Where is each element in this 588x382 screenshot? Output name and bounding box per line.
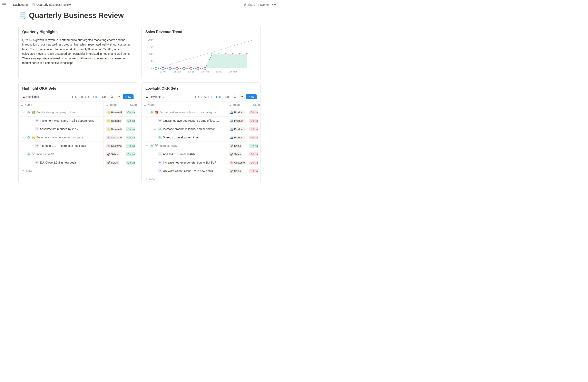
chart-point[interactable] xyxy=(225,53,227,55)
prev-period-button[interactable]: ◀ xyxy=(194,96,196,98)
next-period-button[interactable]: ▶ xyxy=(88,96,90,98)
target-icon xyxy=(158,136,162,139)
breadcrumb-root[interactable]: Dashboards xyxy=(13,3,29,6)
topbar-left: Dashboards / 🗒️ Quarterly Business Revie… xyxy=(2,3,71,6)
x-tick-label: 20. Mar xyxy=(229,70,237,73)
search-icon[interactable] xyxy=(110,95,113,98)
row-name: Increase ARR xyxy=(36,152,54,156)
bullet-icon: • xyxy=(30,119,34,122)
svg-point-24 xyxy=(234,96,236,98)
column-team[interactable]: Team xyxy=(104,102,124,108)
disclosure-triangle[interactable]: ▼ xyxy=(145,144,149,148)
chart-point[interactable] xyxy=(169,67,171,69)
svg-point-41 xyxy=(151,145,153,147)
new-button[interactable]: New xyxy=(246,94,257,99)
table-row[interactable]: ▼✂️Increase ARR🚀SalesOn track xyxy=(19,150,137,158)
new-button[interactable]: New xyxy=(123,94,133,99)
filter-button[interactable]: Filter xyxy=(216,95,222,98)
row-name: Increase net revenue retention to 3M EUR xyxy=(163,161,216,164)
table-row[interactable]: •EU: Close 2.5M in new deals🚀SalesOn tra… xyxy=(19,158,137,167)
chart-point[interactable] xyxy=(162,67,164,69)
chart-point[interactable] xyxy=(155,67,157,69)
team-badge: 🛳️Product xyxy=(229,119,245,123)
column-name[interactable]: Name xyxy=(19,102,104,108)
filter-button[interactable]: Filter xyxy=(93,95,99,98)
sales-chart: 0 %25 %50 %75 %100 %9. Jan23. Jan6. Feb2… xyxy=(145,38,257,75)
table-row[interactable]: ▼✂️Increase ARR🚀SalesOn track xyxy=(142,142,260,150)
table-row[interactable]: •Increase net revenue retention to 3M EU… xyxy=(142,158,260,167)
table-row[interactable]: ▶Increase product reliability and perfor… xyxy=(142,125,260,133)
table-more-icon[interactable]: ••• xyxy=(116,95,120,98)
table-row[interactable]: •US West Coast: Close 1M in new deals🚀Sa… xyxy=(142,167,260,175)
disclosure-triangle[interactable]: ▼ xyxy=(22,152,25,156)
chart-point[interactable] xyxy=(190,67,192,69)
status-badge: On track xyxy=(126,152,135,156)
svg-point-19 xyxy=(28,153,30,155)
table-row[interactable]: •Absenteeism reduced by 25%🌟Human Resour… xyxy=(19,125,137,133)
table-row[interactable]: •Add 4M EUR in new ARR🚀SalesOff track xyxy=(142,150,260,158)
bullet-icon: • xyxy=(153,119,157,122)
chart-point[interactable] xyxy=(211,53,213,55)
period-label[interactable]: Q1 2023 xyxy=(75,95,86,98)
table-row[interactable]: •Speed up development time🛳️ProductOff t… xyxy=(142,133,260,142)
topbar: Dashboards / 🗒️ Quarterly Business Revie… xyxy=(0,0,279,9)
period-label[interactable]: Q1 2023 xyxy=(198,95,209,98)
view-selector[interactable]: Lowlights ⌄ xyxy=(145,95,164,98)
page-icon[interactable]: 🗒️ xyxy=(18,12,26,19)
disclosure-triangle[interactable]: ▼ xyxy=(22,136,25,139)
table-row[interactable]: •Implement Mooncamp in all 5 departments… xyxy=(19,117,137,125)
menu-icon[interactable] xyxy=(2,3,6,6)
target-icon xyxy=(27,136,30,139)
target-icon xyxy=(27,152,30,156)
svg-point-13 xyxy=(106,105,106,105)
table-row[interactable]: •Increase CSAT score to at least 75%🌸Cus… xyxy=(19,142,137,150)
disclosure-triangle[interactable]: ▼ xyxy=(22,111,25,114)
search-icon[interactable] xyxy=(233,95,237,98)
column-team[interactable]: Team xyxy=(227,102,247,108)
new-row-button[interactable]: + New xyxy=(142,175,260,183)
new-row-button[interactable]: + New xyxy=(19,167,137,174)
disclosure-triangle[interactable]: ▶ xyxy=(153,127,157,131)
dashboards-grid-icon[interactable] xyxy=(8,3,11,6)
y-tick-label: 25 % xyxy=(149,60,154,63)
column-status[interactable]: Status xyxy=(124,102,137,108)
table-more-icon[interactable]: ••• xyxy=(239,95,243,98)
table-rows: ▼🎁Be the best software solution in our c… xyxy=(142,108,260,175)
chart-point[interactable] xyxy=(232,53,234,55)
row-name: Increase product reliability and perform… xyxy=(163,127,218,131)
card-title: Highlight OKR Sets xyxy=(19,83,137,92)
chart-point[interactable] xyxy=(218,53,220,55)
breadcrumb-page[interactable]: Quarterly Business Review xyxy=(36,3,71,6)
sort-button[interactable]: Sort xyxy=(102,95,108,98)
chart-point[interactable] xyxy=(204,67,206,69)
chart-point[interactable] xyxy=(183,67,185,69)
chart-point[interactable] xyxy=(246,53,248,55)
table-row[interactable]: •Guarantee average response time of less… xyxy=(142,117,260,125)
column-status[interactable]: Status xyxy=(247,102,260,108)
svg-point-14 xyxy=(106,105,106,106)
breadcrumb: Dashboards / 🗒️ Quarterly Business Revie… xyxy=(13,3,71,6)
chart-point[interactable] xyxy=(197,67,199,69)
next-period-button[interactable]: ▶ xyxy=(211,96,213,98)
svg-point-40 xyxy=(159,137,160,138)
table-row[interactable]: ▼🌿Build a strong company culture🌟Human R… xyxy=(19,108,137,117)
table-row[interactable]: ▼🎁Be the best software solution in our c… xyxy=(142,108,260,117)
sort-button[interactable]: Sort xyxy=(225,95,231,98)
chevron-down-icon: ⌄ xyxy=(163,96,164,98)
plus-icon: + xyxy=(22,169,24,172)
table-row[interactable]: ▼🙌Become a customer-centric company🌸Cust… xyxy=(19,133,137,142)
more-icon[interactable]: ••• xyxy=(272,2,276,7)
column-name[interactable]: Name xyxy=(142,102,227,108)
row-name: EU: Close 2.5M in new deals xyxy=(40,161,77,164)
team-badge: 🛳️Product xyxy=(229,136,245,139)
chart-point[interactable] xyxy=(239,53,241,55)
share-button[interactable]: Share xyxy=(244,3,255,6)
prev-period-button[interactable]: ◀ xyxy=(71,96,73,98)
y-tick-label: 75 % xyxy=(149,46,154,48)
metric-icon xyxy=(158,152,162,156)
view-selector[interactable]: Highlights ⌄ xyxy=(22,95,42,98)
favorite-button[interactable]: Favorite xyxy=(258,3,269,6)
chart-point[interactable] xyxy=(176,67,178,69)
disclosure-triangle[interactable]: ▼ xyxy=(145,111,149,114)
team-badge: 🚀Sales xyxy=(229,152,242,156)
